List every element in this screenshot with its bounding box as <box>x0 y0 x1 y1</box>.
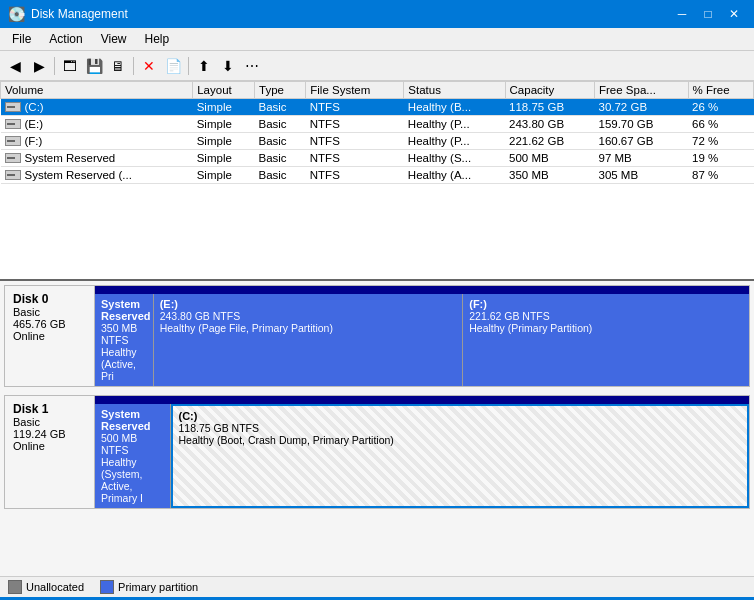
col-type: Type <box>255 82 306 99</box>
partition-health: Healthy (Page File, Primary Partition) <box>160 322 457 334</box>
partition-details: 221.62 GB NTFS <box>469 310 743 322</box>
partition-health: Healthy (System, Active, Primary I <box>101 456 164 504</box>
disk-map-area[interactable]: Disk 0 Basic 465.76 GB Online System Res… <box>0 281 754 576</box>
cell-layout: Simple <box>193 116 255 133</box>
legend-unallocated: Unallocated <box>8 580 84 594</box>
partition[interactable]: System Reserved 350 MB NTFS Healthy (Act… <box>95 294 154 386</box>
menu-item-view[interactable]: View <box>93 30 135 48</box>
legend-primary: Primary partition <box>100 580 198 594</box>
close-button[interactable]: ✕ <box>722 4 746 24</box>
cell-volume: System Reserved (... <box>1 167 193 184</box>
col-layout: Layout <box>193 82 255 99</box>
table-row[interactable]: System Reserved (... Simple Basic NTFS H… <box>1 167 754 184</box>
minimize-button[interactable]: ─ <box>670 4 694 24</box>
cell-free: 97 MB <box>594 150 688 167</box>
maximize-button[interactable]: □ <box>696 4 720 24</box>
cell-type: Basic <box>255 167 306 184</box>
col-pctfree: % Free <box>688 82 753 99</box>
legend-unallocated-box <box>8 580 22 594</box>
col-freespace: Free Spa... <box>594 82 688 99</box>
toolbar-btn1[interactable]: 🗔 <box>59 55 81 77</box>
window-title: Disk Management <box>31 7 128 21</box>
toolbar-btn7[interactable]: ⋯ <box>241 55 263 77</box>
legend-unallocated-label: Unallocated <box>26 581 84 593</box>
partition-health: Healthy (Boot, Crash Dump, Primary Parti… <box>179 434 742 446</box>
cell-volume: (C:) <box>1 99 193 116</box>
toolbar-btn4[interactable]: 📄 <box>162 55 184 77</box>
menu-item-help[interactable]: Help <box>137 30 178 48</box>
table-row[interactable]: (C:) Simple Basic NTFS Healthy (B... 118… <box>1 99 754 116</box>
legend-primary-box <box>100 580 114 594</box>
table-row[interactable]: (F:) Simple Basic NTFS Healthy (P... 221… <box>1 133 754 150</box>
disk-partition-row: System Reserved 350 MB NTFS Healthy (Act… <box>95 294 749 386</box>
menu-bar: FileActionViewHelp <box>0 28 754 51</box>
cell-status: Healthy (P... <box>404 116 505 133</box>
toolbar-forward[interactable]: ▶ <box>28 55 50 77</box>
disk-name: Disk 0 <box>13 292 86 306</box>
drive-icon <box>5 119 21 129</box>
cell-free: 160.67 GB <box>594 133 688 150</box>
partition[interactable]: (F:) 221.62 GB NTFS Healthy (Primary Par… <box>463 294 749 386</box>
toolbar-back[interactable]: ◀ <box>4 55 26 77</box>
disk-size: 465.76 GB <box>13 318 86 330</box>
volume-table-container[interactable]: Volume Layout Type File System Status Ca… <box>0 81 754 281</box>
partition-name: System Reserved <box>101 408 164 432</box>
toolbar-btn5[interactable]: ⬆ <box>193 55 215 77</box>
volume-name: (E:) <box>25 118 44 130</box>
legend-primary-label: Primary partition <box>118 581 198 593</box>
cell-pctfree: 87 % <box>688 167 753 184</box>
cell-fs: NTFS <box>306 150 404 167</box>
drive-icon <box>5 102 21 112</box>
table-row[interactable]: (E:) Simple Basic NTFS Healthy (P... 243… <box>1 116 754 133</box>
cell-pctfree: 19 % <box>688 150 753 167</box>
title-bar: 💽 Disk Management ─ □ ✕ <box>0 0 754 28</box>
cell-fs: NTFS <box>306 99 404 116</box>
volume-name: (F:) <box>25 135 43 147</box>
drive-icon <box>5 170 21 180</box>
cell-capacity: 221.62 GB <box>505 133 594 150</box>
volume-name: (C:) <box>25 101 44 113</box>
col-status: Status <box>404 82 505 99</box>
menu-item-action[interactable]: Action <box>41 30 90 48</box>
table-header-row: Volume Layout Type File System Status Ca… <box>1 82 754 99</box>
toolbar-btn2[interactable]: 💾 <box>83 55 105 77</box>
col-filesystem: File System <box>306 82 404 99</box>
menu-item-file[interactable]: File <box>4 30 39 48</box>
drive-icon <box>5 153 21 163</box>
partition[interactable]: (E:) 243.80 GB NTFS Healthy (Page File, … <box>154 294 464 386</box>
cell-layout: Simple <box>193 150 255 167</box>
cell-capacity: 500 MB <box>505 150 594 167</box>
disk-label: Disk 1 Basic 119.24 GB Online <box>5 396 95 508</box>
cell-capacity: 118.75 GB <box>505 99 594 116</box>
app-icon: 💽 <box>8 6 25 22</box>
cell-capacity: 350 MB <box>505 167 594 184</box>
toolbar-btn3[interactable]: 🖥 <box>107 55 129 77</box>
col-volume: Volume <box>1 82 193 99</box>
cell-type: Basic <box>255 133 306 150</box>
disk-top-bar <box>95 396 749 404</box>
partition-name: (E:) <box>160 298 457 310</box>
partition[interactable]: (C:) 118.75 GB NTFS Healthy (Boot, Crash… <box>171 404 750 508</box>
partition-details: 500 MB NTFS <box>101 432 164 456</box>
partition-details: 118.75 GB NTFS <box>179 422 742 434</box>
disk-partition-row: System Reserved 500 MB NTFS Healthy (Sys… <box>95 404 749 508</box>
disk-label: Disk 0 Basic 465.76 GB Online <box>5 286 95 386</box>
drive-icon <box>5 136 21 146</box>
toolbar-delete[interactable]: ✕ <box>138 55 160 77</box>
cell-volume: (E:) <box>1 116 193 133</box>
disk-type: Basic <box>13 306 86 318</box>
disk-size: 119.24 GB <box>13 428 86 440</box>
legend-bar: Unallocated Primary partition <box>0 576 754 597</box>
cell-type: Basic <box>255 150 306 167</box>
partition-details: 243.80 GB NTFS <box>160 310 457 322</box>
partition-name: System Reserved <box>101 298 147 322</box>
cell-fs: NTFS <box>306 133 404 150</box>
partition-details: 350 MB NTFS <box>101 322 147 346</box>
disk-top-bar <box>95 286 749 294</box>
cell-status: Healthy (B... <box>404 99 505 116</box>
table-row[interactable]: System Reserved Simple Basic NTFS Health… <box>1 150 754 167</box>
partition[interactable]: System Reserved 500 MB NTFS Healthy (Sys… <box>95 404 171 508</box>
toolbar-btn6[interactable]: ⬇ <box>217 55 239 77</box>
disk-partitions: System Reserved 500 MB NTFS Healthy (Sys… <box>95 396 749 508</box>
cell-status: Healthy (S... <box>404 150 505 167</box>
